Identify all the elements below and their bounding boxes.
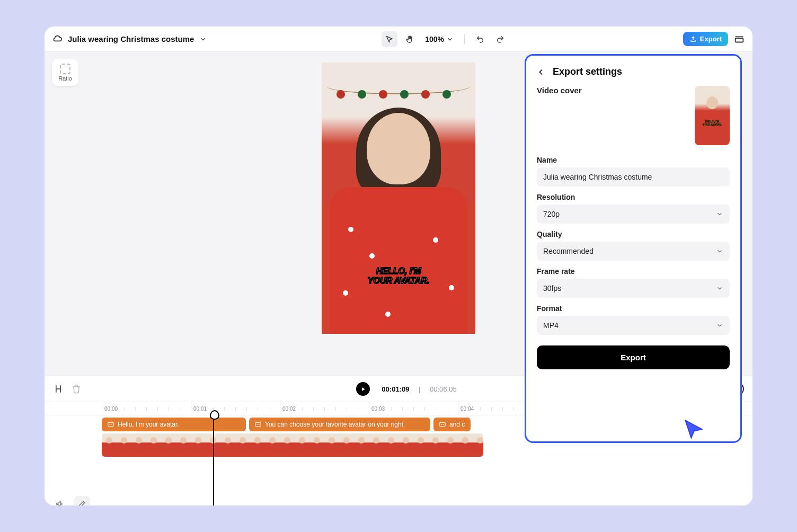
export-label: Export	[700, 35, 722, 43]
video-preview[interactable]: HELLO, I'M YOUR AVATAR.	[322, 63, 475, 334]
caption-text: Hello, I'm your avatar.	[118, 421, 179, 428]
play-button[interactable]	[356, 382, 370, 396]
back-button[interactable]	[537, 68, 545, 76]
caption-clip[interactable]: You can choose your favorite avatar on y…	[249, 418, 430, 431]
framerate-select[interactable]: 30fps	[537, 279, 730, 298]
redo-button[interactable]	[492, 31, 508, 47]
chevron-down-icon	[716, 247, 723, 255]
svg-rect-0	[736, 38, 743, 42]
caption-icon	[439, 421, 446, 428]
hand-tool[interactable]	[402, 31, 418, 47]
quality-select[interactable]: Recommended	[537, 242, 730, 261]
upload-icon	[689, 36, 697, 43]
caption-line2-avatar: AVATAR.	[392, 276, 429, 285]
cursor-indicator-icon	[681, 418, 705, 441]
export-panel-title: Export settings	[553, 66, 622, 77]
caption-clip[interactable]: and c	[433, 418, 471, 431]
video-cover-thumbnail[interactable]: HELLO, I'MYOUR AVATAR.	[695, 86, 730, 145]
caption-line2-your: YOUR	[368, 276, 392, 285]
caption-line1: HELLO, I'M	[368, 267, 429, 276]
split-icon[interactable]	[53, 384, 64, 394]
caption-text: and c	[449, 421, 465, 428]
resolution-select[interactable]: 720p	[537, 205, 730, 224]
ratio-icon	[60, 64, 70, 74]
project-dropdown-icon[interactable]	[199, 36, 207, 43]
duration: 00:06:05	[430, 385, 457, 393]
chevron-down-icon	[716, 322, 723, 329]
ratio-label: Ratio	[58, 75, 72, 82]
caption-icon	[107, 421, 114, 428]
svg-rect-1	[108, 423, 114, 427]
name-label: Name	[537, 156, 730, 164]
panels-icon[interactable]	[733, 33, 745, 45]
preview-caption: HELLO, I'M YOUR AVATAR.	[368, 267, 429, 286]
edit-icon[interactable]	[74, 496, 90, 506]
audio-icon[interactable]	[52, 496, 68, 506]
export-button[interactable]: Export	[683, 32, 728, 46]
caption-text: You can choose your favorite avatar on y…	[265, 421, 403, 428]
trash-icon[interactable]	[71, 384, 82, 394]
chevron-down-icon	[716, 285, 723, 292]
current-time: 00:01:09	[382, 385, 409, 393]
chevron-down-icon	[446, 36, 454, 43]
caption-clip[interactable]: Hello, I'm your avatar.	[102, 418, 246, 431]
export-settings-panel: Export settings Video cover HELLO, I'MYO…	[525, 54, 742, 443]
project-title: Julia wearing Christmas costume	[68, 34, 194, 43]
caption-icon	[254, 421, 262, 428]
resolution-label: Resolution	[537, 193, 730, 201]
video-cover-label: Video cover	[537, 86, 582, 95]
chevron-down-icon	[716, 210, 723, 218]
zoom-level[interactable]: 100%	[422, 35, 457, 43]
duration-sep: |	[417, 385, 422, 393]
cursor-tool[interactable]	[382, 31, 397, 47]
zoom-value: 100%	[425, 35, 444, 43]
video-clip[interactable]	[102, 433, 483, 457]
svg-rect-3	[440, 423, 446, 427]
framerate-label: Frame rate	[537, 267, 730, 276]
cloud-icon	[52, 34, 63, 45]
export-confirm-button[interactable]: Export	[537, 345, 730, 369]
format-label: Format	[537, 304, 730, 313]
format-select[interactable]: MP4	[537, 316, 730, 335]
quality-label: Quality	[537, 230, 730, 238]
name-input[interactable]: Julia wearing Christmas costume	[537, 167, 730, 187]
undo-button[interactable]	[472, 31, 488, 47]
svg-rect-2	[255, 423, 261, 427]
playhead[interactable]	[213, 415, 214, 506]
ratio-tool[interactable]: Ratio	[52, 59, 78, 86]
